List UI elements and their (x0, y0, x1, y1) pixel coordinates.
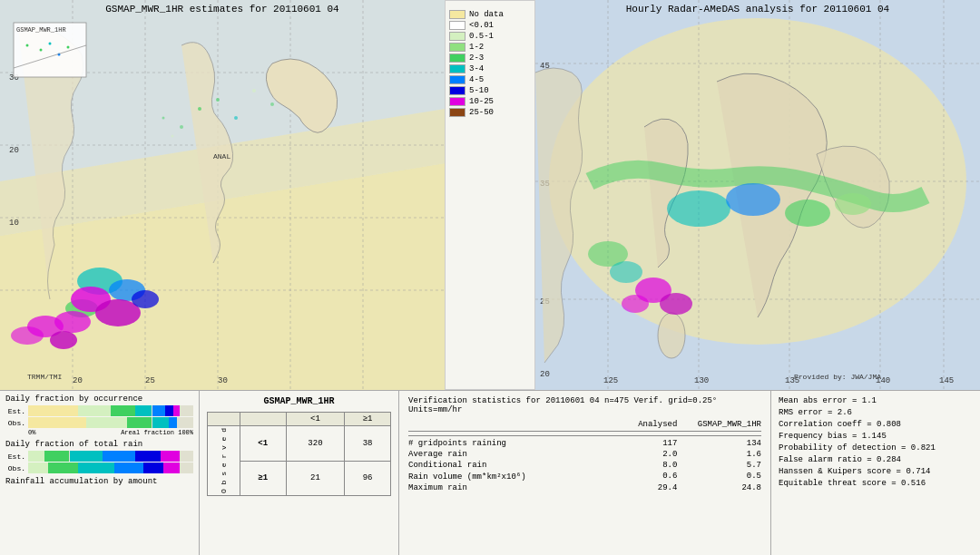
legend-label-5: 5-10 (469, 86, 489, 95)
legend-item-1: 1-2 (449, 43, 531, 52)
legend-color-3 (449, 64, 466, 73)
legend-color-4 (449, 75, 466, 84)
svg-text:10: 10 (9, 219, 19, 228)
stats-label-3: Rain volume (mm*km²x10⁶) (408, 472, 601, 482)
svg-text:GSMAP_MWR_1HR: GSMAP_MWR_1HR (16, 26, 66, 34)
stats-gsmap-3: 0.5 (684, 472, 761, 482)
legend-item-nodata: No data (449, 10, 531, 19)
stats-title: Verification statistics for 20110601 04 … (408, 396, 761, 414)
est-label: Est. (5, 407, 25, 415)
matrix-cell-10: 21 (286, 461, 345, 496)
obs-bar-row-1: Obs. (5, 417, 193, 428)
svg-text:TRMM/TMI: TRMM/TMI (27, 373, 62, 381)
stats-row-0: # gridpoints raining 117 134 (408, 439, 761, 448)
stats-analysed-1: 2.0 (601, 450, 685, 459)
left-map-title: GSMAP_MWR_1HR estimates for 20110601 04 (0, 4, 445, 15)
svg-text:25: 25 (145, 376, 155, 385)
bottom-row: Daily fraction by occurrence Est. (0, 390, 980, 555)
matrix-col-header-empty (240, 413, 286, 426)
stats-gsmap-0: 134 (684, 439, 761, 448)
amount-title: Rainfall accumulation by amount (5, 477, 193, 486)
legend-color-2 (449, 54, 466, 63)
stats-gsmap-2: 5.7 (684, 461, 761, 470)
legend-color-nodata (449, 10, 466, 19)
stats-label-1: Average rain (408, 450, 601, 459)
est-bar-row: Est. (5, 405, 193, 416)
stats-row-3: Rain volume (mm*km²x10⁶) 0.6 0.5 (408, 472, 761, 482)
stats-row-1: Average rain 2.0 1.6 (408, 450, 761, 459)
matrix-cell-11: 96 (345, 461, 391, 496)
matrix-cell-01: 38 (345, 426, 391, 462)
est-bar-container (28, 405, 193, 416)
matrix-obs-label: O b s e r v e d (208, 426, 240, 496)
stats-label-0: # gridpoints raining (408, 439, 601, 448)
svg-point-27 (50, 331, 77, 349)
legend-item-5: 5-10 (449, 86, 531, 95)
matrix-col-lt1: <1 (286, 413, 345, 426)
metric-4: Probability of detection = 0.821 (779, 443, 973, 453)
svg-text:130: 130 (694, 376, 709, 385)
matrix-row-ge1-label: ≥1 (240, 461, 286, 496)
right-map-title: Hourly Radar-AMeDAS analysis for 2011060… (535, 4, 980, 15)
metric-1: RMS error = 2.6 (779, 408, 973, 417)
svg-text:20: 20 (73, 376, 83, 385)
metric-6: Hanssen & Kuipers score = 0.714 (779, 467, 973, 476)
right-map-container: Hourly Radar-AMeDAS analysis for 2011060… (535, 0, 980, 390)
stats-header: Analysed GSMAP_MWR_1HR (408, 420, 761, 432)
matrix-col-ge1: ≥1 (345, 413, 391, 426)
obs-bar-container-1 (28, 417, 193, 428)
occurrence-chart: Daily fraction by occurrence Est. (5, 394, 193, 436)
legend-color-25 (449, 108, 466, 117)
total-rain-chart: Daily fraction of total rain Est. Obs. (5, 440, 193, 473)
stats-gsmap-1: 1.6 (684, 450, 761, 459)
confusion-matrix-table: <1 ≥1 O b s e r v e d <1 320 38 ≥1 21 96 (207, 412, 391, 496)
svg-text:30: 30 (218, 376, 228, 385)
matrix-corner-empty (208, 413, 240, 426)
svg-text:20: 20 (540, 370, 550, 379)
total-rain-title: Daily fraction of total rain (5, 440, 193, 449)
svg-text:145: 145 (939, 376, 954, 385)
legend-color-1 (449, 43, 466, 52)
svg-point-75 (610, 261, 642, 283)
stats-analysed-4: 29.4 (601, 483, 685, 492)
legend-label-1: 1-2 (469, 43, 484, 52)
metric-7: Equitable threat score = 0.516 (779, 479, 973, 488)
svg-point-33 (252, 89, 256, 92)
legend-item-25: 25-50 (449, 108, 531, 117)
legend-label-25: 25-50 (469, 108, 494, 117)
metric-3: Frequency bias = 1.145 (779, 432, 973, 441)
legend-label-4: 4-5 (469, 75, 484, 84)
confusion-matrix-panel: GSMAP_MWR_1HR <1 ≥1 O b s e r v e d <1 3… (200, 391, 399, 555)
metric-5: False alarm ratio = 0.284 (779, 455, 973, 464)
svg-point-42 (40, 49, 43, 52)
svg-point-73 (622, 295, 649, 313)
svg-point-41 (26, 44, 29, 47)
legend-label-05: 0.5-1 (469, 32, 494, 41)
svg-point-66 (658, 313, 685, 358)
svg-point-32 (180, 125, 183, 129)
legend-label-2: 2-3 (469, 54, 484, 63)
legend-item-05: 0.5-1 (449, 32, 531, 41)
legend-color-05 (449, 32, 466, 41)
metrics-panel: Mean abs error = 1.1 RMS error = 2.6 Cor… (771, 391, 980, 555)
legend-item-001: <0.01 (449, 21, 531, 30)
legend-label-3: 3-4 (469, 64, 484, 73)
legend-color-5 (449, 86, 466, 95)
metric-0: Mean abs error = 1.1 (779, 396, 973, 405)
verification-stats-panel: Verification statistics for 20110601 04 … (399, 391, 771, 555)
svg-point-67 (667, 190, 730, 227)
svg-point-70 (835, 193, 871, 215)
svg-text:20: 20 (9, 146, 19, 155)
stats-label-2: Conditional rain (408, 461, 601, 470)
legend-color-001 (449, 21, 466, 30)
svg-text:Provided by: JWA/JMA: Provided by: JWA/JMA (794, 373, 881, 381)
obs-label-1: Obs. (5, 419, 25, 427)
left-map-container: GSMAP_MWR_1HR estimates for 20110601 04 (0, 0, 445, 390)
svg-point-25 (132, 290, 159, 308)
legend-label-10: 10-25 (469, 97, 494, 106)
est-bar-row-2: Est. (5, 451, 193, 462)
left-map-svg: 30 20 10 20 25 30 (0, 0, 445, 390)
svg-point-31 (234, 116, 238, 120)
stats-label-4: Maximum rain (408, 483, 601, 492)
bar-charts-panel: Daily fraction by occurrence Est. (0, 391, 200, 555)
